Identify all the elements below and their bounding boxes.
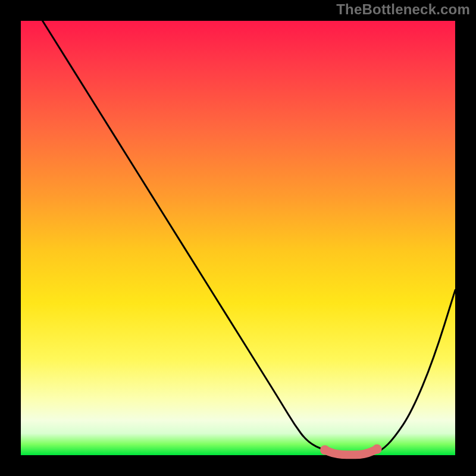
optimal-band-path bbox=[325, 449, 377, 455]
optimal-band-dot-right bbox=[372, 444, 382, 454]
watermark-text: TheBottleneck.com bbox=[336, 1, 470, 18]
bottleneck-curve-svg bbox=[21, 21, 455, 455]
optimal-band-dot-left bbox=[320, 445, 330, 455]
chart-container: TheBottleneck.com bbox=[0, 0, 476, 476]
bottleneck-curve-path bbox=[43, 21, 456, 455]
